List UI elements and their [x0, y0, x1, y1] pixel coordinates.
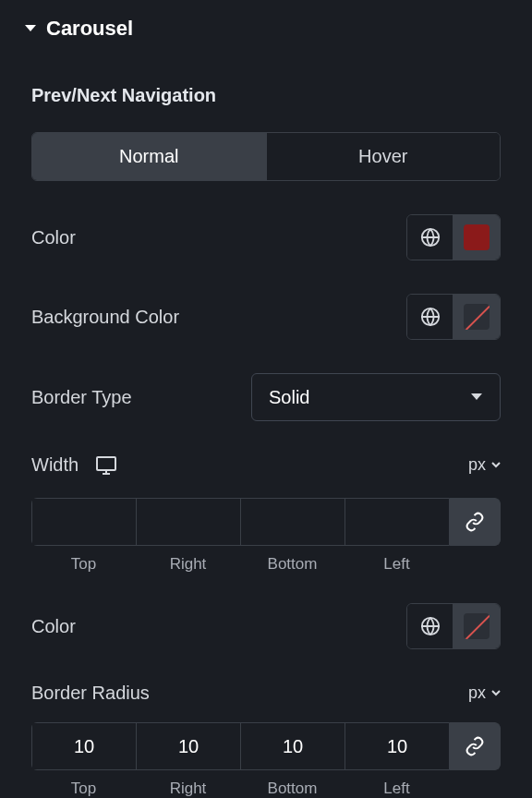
globe-icon	[420, 227, 441, 248]
dim-label-right: Right	[136, 555, 240, 574]
radius-unit-value: px	[468, 683, 486, 703]
width-left-input[interactable]	[345, 499, 449, 545]
radius-top-input[interactable]	[32, 723, 136, 769]
link-icon	[465, 512, 485, 532]
chevron-down-icon	[491, 462, 501, 468]
color-global-button[interactable]	[407, 215, 453, 260]
caret-down-icon	[24, 24, 37, 33]
section-title: Carousel	[46, 17, 133, 41]
radius-bottom-input[interactable]	[241, 723, 345, 769]
radius-left-input[interactable]	[345, 723, 449, 769]
tab-normal[interactable]: Normal	[32, 133, 267, 180]
dim-label-top: Top	[31, 780, 136, 798]
dim-label-left: Left	[345, 780, 449, 798]
bgcolor-swatch-none	[464, 304, 490, 330]
bgcolor-control	[406, 294, 501, 340]
state-tabs: Normal Hover	[31, 132, 501, 181]
chevron-down-icon	[491, 690, 501, 696]
dim-label-right: Right	[136, 780, 240, 798]
caret-down-icon	[470, 393, 483, 402]
width-unit-select[interactable]: px	[468, 455, 501, 475]
label-border-color: Color	[31, 616, 76, 637]
border-color-swatch-none	[464, 613, 490, 639]
width-bottom-input[interactable]	[241, 499, 345, 545]
radius-inputs	[31, 722, 501, 770]
width-unit-value: px	[468, 455, 486, 475]
bgcolor-global-button[interactable]	[407, 295, 453, 339]
label-border-radius: Border Radius	[31, 683, 150, 704]
dim-label-bottom: Bottom	[240, 555, 345, 574]
subheading-prev-next-nav: Prev/Next Navigation	[31, 85, 501, 106]
label-background-color: Background Color	[31, 307, 179, 328]
radius-unit-select[interactable]: px	[468, 683, 501, 703]
color-swatch	[464, 224, 490, 250]
svg-rect-2	[97, 457, 115, 470]
section-toggle-carousel[interactable]: Carousel	[24, 17, 501, 41]
dim-label-left: Left	[345, 555, 449, 574]
width-inputs	[31, 498, 501, 546]
dim-label-top: Top	[31, 555, 136, 574]
globe-icon	[420, 616, 441, 636]
label-color: Color	[31, 227, 76, 248]
width-link-button[interactable]	[449, 498, 501, 546]
border-color-swatch-button[interactable]	[453, 604, 500, 648]
border-color-control	[406, 603, 501, 649]
desktop-icon[interactable]	[95, 455, 117, 476]
dim-label-bottom: Bottom	[240, 780, 345, 798]
color-swatch-button[interactable]	[453, 215, 500, 260]
color-control	[406, 214, 501, 260]
tab-hover[interactable]: Hover	[267, 133, 501, 180]
width-top-input[interactable]	[32, 499, 136, 545]
radius-right-input[interactable]	[137, 723, 240, 769]
globe-icon	[420, 307, 441, 327]
link-icon	[465, 736, 485, 756]
border-color-global-button[interactable]	[407, 604, 453, 648]
border-type-select[interactable]: Solid	[251, 373, 501, 421]
border-type-value: Solid	[269, 387, 309, 408]
label-width: Width	[31, 454, 79, 476]
width-right-input[interactable]	[137, 499, 240, 545]
radius-link-button[interactable]	[449, 722, 501, 770]
label-border-type: Border Type	[31, 387, 132, 408]
bgcolor-swatch-button[interactable]	[453, 295, 500, 339]
